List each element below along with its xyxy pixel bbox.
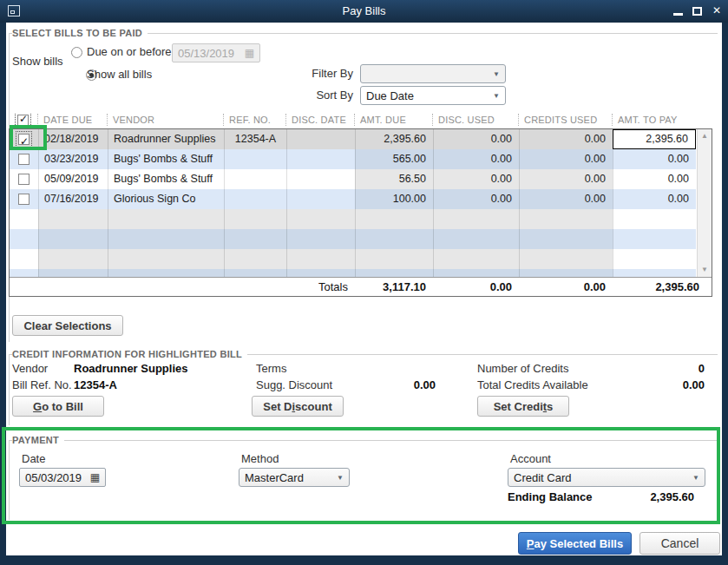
window-title: Pay Bills — [0, 4, 728, 17]
pay-bills-window: Pay Bills ✕ SELECT BILLS TO BE PAID Show… — [0, 0, 728, 565]
empty-row — [10, 209, 712, 229]
totals-row: Totals 3,117.10 0.00 0.00 2,395.60 — [10, 277, 712, 295]
payment-method-label: Method — [241, 452, 279, 465]
amt-to-pay-active-cell[interactable]: 2,395.60 — [613, 129, 696, 149]
set-discount-button[interactable]: Set Discount — [252, 396, 344, 417]
set-credits-button[interactable]: Set Credits — [477, 396, 569, 417]
filter-by-label: Filter By — [266, 67, 353, 80]
chevron-down-icon: ▼ — [337, 474, 344, 482]
sugg-discount-label: Sugg. Discount — [256, 378, 332, 391]
table-row[interactable]: 07/16/2019 Glorious Sign Co 100.00 0.00 … — [10, 189, 712, 209]
empty-row — [10, 249, 712, 269]
vendor-value: Roadrunner Supplies — [74, 362, 187, 375]
col-ref-no[interactable]: REF. NO. — [223, 114, 285, 126]
select-all-checkbox[interactable]: ✓ — [17, 115, 29, 126]
titlebar: Pay Bills ✕ — [0, 0, 728, 23]
payment-legend: PAYMENT — [12, 435, 64, 445]
scroll-up-icon[interactable]: ▲ — [698, 129, 712, 143]
payment-date-label: Date — [22, 452, 45, 465]
totals-disc-used: 0.00 — [433, 280, 519, 293]
select-all-checkbox-cell[interactable]: ✓ — [9, 114, 37, 126]
totals-credits-used: 0.00 — [519, 280, 613, 293]
number-of-credits-value: 0 — [613, 362, 705, 375]
table-row[interactable]: 03/23/2019 Bugs' Bombs & Stuff 565.00 0.… — [10, 149, 712, 169]
empty-row — [10, 229, 712, 249]
clear-selections-button[interactable]: Clear Selections — [12, 315, 123, 336]
bills-table: ✓ 02/18/2019 Roadrunner Supplies 12354-A… — [9, 128, 712, 297]
table-rows-area: ✓ 02/18/2019 Roadrunner Supplies 12354-A… — [10, 129, 712, 277]
col-credits-used[interactable]: CREDITS USED — [518, 114, 612, 126]
show-bills-label: Show bills — [12, 55, 63, 68]
chevron-down-icon: ▼ — [493, 70, 500, 78]
sugg-discount-value: 0.00 — [353, 378, 436, 391]
payment-account-label: Account — [510, 452, 551, 465]
number-of-credits-label: Number of Credits — [477, 362, 568, 375]
bill-ref-label: Bill Ref. No. — [12, 378, 72, 391]
bill-ref-value: 12354-A — [74, 378, 117, 391]
radio-due-on-or-before-label[interactable]: Due on or before — [87, 45, 172, 58]
col-amt-to-pay[interactable]: AMT. TO PAY — [612, 114, 712, 126]
calendar-icon[interactable]: ▦ — [90, 472, 100, 483]
close-icon[interactable]: ✕ — [712, 4, 721, 16]
scroll-down-icon[interactable]: ▼ — [698, 263, 712, 277]
calendar-icon: ▦ — [245, 48, 254, 58]
total-credits-value: 0.00 — [613, 378, 705, 391]
sort-by-dropdown[interactable]: Due Date ▼ — [360, 86, 506, 105]
totals-amt-due: 3,117.10 — [355, 280, 433, 293]
terms-label: Terms — [256, 362, 286, 375]
col-disc-date[interactable]: DISC. DATE — [285, 114, 354, 126]
vendor-label: Vendor — [12, 362, 48, 375]
row-checkbox[interactable]: ✓ — [18, 134, 30, 145]
sort-by-label: Sort By — [266, 89, 353, 102]
go-to-bill-button[interactable]: Go to Bill — [12, 396, 104, 417]
payment-account-dropdown[interactable]: Credit Card ▼ — [508, 468, 705, 487]
radio-show-all-bills-label[interactable]: Show all bills — [87, 68, 152, 81]
chevron-down-icon: ▼ — [493, 92, 500, 100]
cancel-button[interactable]: Cancel — [639, 532, 720, 555]
total-credits-label: Total Credits Available — [477, 378, 588, 391]
credit-info-legend: CREDIT INFORMATION FOR HIGHLIGHTED BILL — [12, 349, 247, 359]
payment-method-dropdown[interactable]: MasterCard ▼ — [239, 468, 350, 487]
maximize-icon[interactable] — [692, 7, 702, 16]
radio-due-on-or-before[interactable] — [71, 47, 82, 58]
dialog-body: SELECT BILLS TO BE PAID Show bills Due o… — [6, 23, 722, 555]
table-header: ✓ DATE DUE VENDOR REF. NO. DISC. DATE AM… — [9, 111, 712, 128]
empty-row — [10, 269, 712, 277]
col-date-due[interactable]: DATE DUE — [37, 114, 107, 126]
col-disc-used[interactable]: DISC. USED — [432, 114, 518, 126]
vertical-scrollbar[interactable]: ▲ ▼ — [697, 129, 712, 277]
row-checkbox[interactable] — [18, 154, 30, 165]
chevron-down-icon: ▼ — [692, 474, 699, 482]
col-amt-due[interactable]: AMT. DUE — [354, 114, 432, 126]
col-vendor[interactable]: VENDOR — [107, 114, 223, 126]
totals-label: Totals — [286, 280, 355, 293]
table-row[interactable]: 05/09/2019 Bugs' Bombs & Stuff 56.50 0.0… — [10, 169, 712, 189]
ending-balance-value: 2,395.60 — [561, 490, 694, 503]
select-bills-legend: SELECT BILLS TO BE PAID — [12, 28, 148, 38]
payment-date-field[interactable]: 05/03/2019 ▦ — [19, 468, 106, 487]
row-checkbox[interactable] — [18, 194, 30, 205]
minimize-icon[interactable] — [673, 13, 683, 16]
totals-amt-to-pay: 2,395.60 — [613, 280, 706, 293]
due-date-field: 05/13/2019 ▦ — [172, 43, 260, 62]
filter-by-dropdown[interactable]: ▼ — [360, 64, 506, 83]
row-checkbox[interactable] — [18, 174, 30, 185]
pay-selected-bills-button[interactable]: Pay Selected Bills — [518, 532, 632, 555]
table-row[interactable]: ✓ 02/18/2019 Roadrunner Supplies 12354-A… — [10, 129, 712, 149]
